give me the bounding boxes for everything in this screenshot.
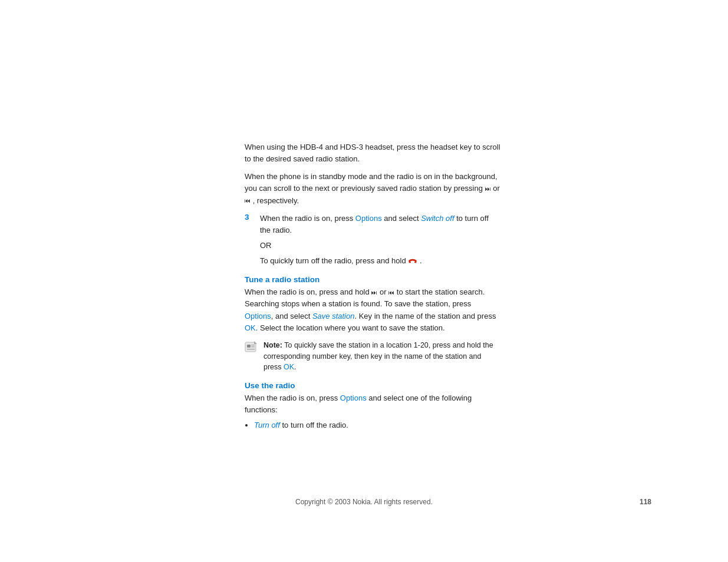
tune-heading: Tune a radio station xyxy=(245,275,501,284)
svg-rect-5 xyxy=(251,346,255,348)
step-3: 3 When the radio is on, press Options an… xyxy=(245,213,501,267)
svg-rect-1 xyxy=(409,261,411,262)
note-icon xyxy=(245,340,258,353)
tune-paragraph: When the radio is on, press and hold ⏭ o… xyxy=(245,286,501,334)
use-radio-heading: Use the radio xyxy=(245,381,501,390)
switch-off-link[interactable]: Switch off xyxy=(421,214,454,223)
para1-text: When using the HDB-4 and HDS-3 headset, … xyxy=(245,141,501,165)
options-link-3[interactable]: Options xyxy=(340,394,367,402)
use-radio-paragraph: When the radio is on, press Options and … xyxy=(245,392,501,416)
use-radio-list: Turn off to turn off the radio. xyxy=(254,419,501,431)
note-block: Note: To quickly save the station in a l… xyxy=(245,340,501,373)
end-call-icon xyxy=(408,258,417,264)
paragraph-2: When the phone is in standby mode and th… xyxy=(245,171,501,206)
footer: Copyright © 2003 Nokia. All rights reser… xyxy=(0,498,728,506)
page-content: When using the HDB-4 and HDS-3 headset, … xyxy=(245,141,501,435)
options-link-1[interactable]: Options xyxy=(355,214,382,223)
bullet-item-1: Turn off to turn off the radio. xyxy=(254,419,501,431)
ok-link-1[interactable]: OK xyxy=(245,323,256,332)
rewind-icon: ⏮ xyxy=(245,196,251,206)
step-3-content: When the radio is on, press Options and … xyxy=(260,213,501,267)
page-number: 118 xyxy=(640,498,651,506)
svg-rect-4 xyxy=(251,345,255,346)
ok-link-2[interactable]: OK xyxy=(284,363,294,371)
step-number-3: 3 xyxy=(245,213,253,267)
save-station-link[interactable]: Save station xyxy=(312,312,355,320)
svg-rect-3 xyxy=(247,345,251,348)
rw-icon-2: ⏮ xyxy=(388,288,394,297)
svg-rect-6 xyxy=(247,349,255,350)
turn-off-link[interactable]: Turn off xyxy=(254,421,280,429)
fast-forward-icon: ⏭ xyxy=(485,184,491,194)
footer-text: Copyright © 2003 Nokia. All rights reser… xyxy=(295,498,433,506)
svg-marker-7 xyxy=(254,341,257,344)
para2-text: When the phone is in standby mode and th… xyxy=(245,171,501,206)
options-link-2[interactable]: Options xyxy=(245,312,271,320)
paragraph-1: When using the HDB-4 and HDS-3 headset, … xyxy=(245,141,501,165)
note-text: Note: To quickly save the station in a l… xyxy=(263,340,501,373)
quick-turn-off: To quickly turn off the radio, press and… xyxy=(260,255,501,267)
ff-icon-2: ⏭ xyxy=(371,288,377,297)
or-divider: OR xyxy=(260,240,501,252)
note-label: Note: xyxy=(263,341,282,349)
svg-rect-0 xyxy=(414,261,416,262)
